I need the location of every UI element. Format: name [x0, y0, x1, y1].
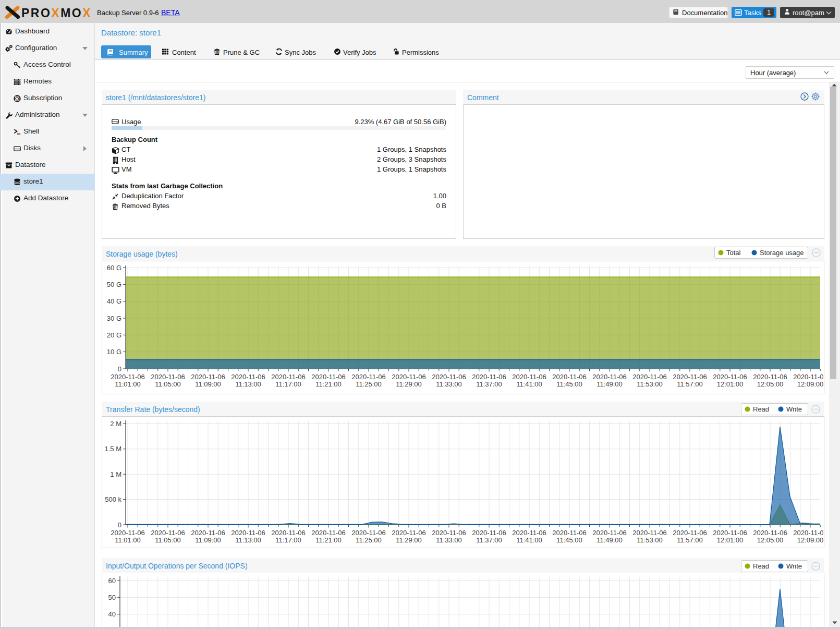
- svg-text:11:33:00: 11:33:00: [436, 536, 462, 544]
- svg-text:2020-11-06: 2020-11-06: [632, 373, 667, 381]
- svg-text:11:57:00: 11:57:00: [677, 380, 703, 388]
- svg-text:11:41:00: 11:41:00: [516, 380, 542, 388]
- svg-text:11:05:00: 11:05:00: [155, 380, 181, 388]
- svg-text:2020-11-06: 2020-11-06: [793, 373, 823, 381]
- svg-text:11:57:00: 11:57:00: [677, 536, 703, 544]
- svg-text:11:09:00: 11:09:00: [195, 536, 221, 544]
- svg-text:12:01:00: 12:01:00: [717, 380, 744, 388]
- svg-text:12:09:00: 12:09:00: [797, 380, 823, 388]
- svg-text:2020-11-06: 2020-11-06: [191, 373, 225, 381]
- svg-text:2020-11-06: 2020-11-06: [673, 373, 707, 381]
- svg-text:12:01:00: 12:01:00: [717, 536, 744, 544]
- svg-text:2020-11-06: 2020-11-06: [392, 373, 426, 381]
- svg-text:12:05:00: 12:05:00: [757, 380, 784, 388]
- svg-text:11:33:00: 11:33:00: [436, 380, 462, 388]
- svg-text:20 G: 20 G: [107, 331, 121, 339]
- svg-text:60 G: 60 G: [107, 264, 121, 272]
- svg-text:2020-11-06: 2020-11-06: [552, 373, 587, 381]
- svg-text:2020-11-06: 2020-11-06: [392, 529, 426, 537]
- svg-text:2020-11-06: 2020-11-06: [592, 529, 627, 537]
- svg-text:30 G: 30 G: [107, 314, 121, 322]
- svg-text:2020-11-06: 2020-11-06: [271, 529, 306, 537]
- svg-text:11:37:00: 11:37:00: [476, 380, 502, 388]
- svg-text:2020-11-06: 2020-11-06: [512, 373, 546, 381]
- svg-text:11:01:00: 11:01:00: [115, 380, 141, 388]
- svg-text:11:53:00: 11:53:00: [637, 536, 663, 544]
- svg-text:2020-11-06: 2020-11-06: [512, 529, 546, 537]
- svg-text:2020-11-06: 2020-11-06: [432, 529, 466, 537]
- svg-text:11:45:00: 11:45:00: [556, 536, 582, 544]
- svg-text:500 k: 500 k: [105, 495, 121, 503]
- svg-text:2020-11-06: 2020-11-06: [552, 529, 587, 537]
- svg-text:2020-11-06: 2020-11-06: [231, 373, 265, 381]
- svg-text:11:21:00: 11:21:00: [315, 380, 342, 388]
- svg-text:11:05:00: 11:05:00: [155, 536, 181, 544]
- svg-text:2020-11-06: 2020-11-06: [432, 373, 466, 381]
- svg-text:2020-11-06: 2020-11-06: [673, 529, 707, 537]
- svg-text:11:53:00: 11:53:00: [637, 380, 663, 388]
- svg-text:11:21:00: 11:21:00: [315, 536, 342, 544]
- svg-text:2020-11-06: 2020-11-06: [351, 373, 386, 381]
- svg-text:2020-11-06: 2020-11-06: [231, 529, 265, 537]
- svg-text:2020-11-06: 2020-11-06: [151, 529, 185, 537]
- svg-text:50: 50: [108, 594, 116, 601]
- svg-text:2020-11-06: 2020-11-06: [713, 373, 747, 381]
- svg-text:12:09:00: 12:09:00: [797, 536, 823, 544]
- svg-text:2020-11-06: 2020-11-06: [111, 529, 145, 537]
- svg-text:2020-11-06: 2020-11-06: [311, 529, 346, 537]
- svg-text:0: 0: [118, 365, 121, 373]
- svg-text:0: 0: [118, 521, 121, 529]
- svg-text:11:41:00: 11:41:00: [516, 536, 542, 544]
- svg-text:12:05:00: 12:05:00: [757, 536, 784, 544]
- svg-text:11:37:00: 11:37:00: [476, 536, 502, 544]
- svg-text:11:49:00: 11:49:00: [596, 380, 623, 388]
- svg-text:40 G: 40 G: [107, 297, 121, 305]
- svg-text:11:25:00: 11:25:00: [356, 536, 382, 544]
- svg-text:2020-11-06: 2020-11-06: [472, 529, 506, 537]
- svg-text:11:45:00: 11:45:00: [556, 380, 582, 388]
- svg-text:2020-11-06: 2020-11-06: [151, 373, 185, 381]
- svg-text:11:25:00: 11:25:00: [356, 380, 382, 388]
- svg-text:2020-11-06: 2020-11-06: [271, 373, 306, 381]
- svg-text:2020-11-06: 2020-11-06: [793, 529, 823, 537]
- svg-text:11:29:00: 11:29:00: [396, 380, 422, 388]
- svg-text:60: 60: [108, 577, 116, 585]
- svg-text:11:17:00: 11:17:00: [275, 380, 301, 388]
- svg-text:2020-11-06: 2020-11-06: [632, 529, 667, 537]
- svg-text:2020-11-06: 2020-11-06: [753, 373, 787, 381]
- svg-text:1 M: 1 M: [110, 470, 121, 478]
- svg-text:2 M: 2 M: [110, 420, 121, 428]
- svg-text:2020-11-06: 2020-11-06: [592, 373, 627, 381]
- svg-text:2020-11-06: 2020-11-06: [111, 373, 145, 381]
- svg-text:2020-11-06: 2020-11-06: [191, 529, 225, 537]
- svg-text:11:13:00: 11:13:00: [235, 380, 261, 388]
- svg-text:2020-11-06: 2020-11-06: [472, 373, 506, 381]
- svg-text:10 G: 10 G: [107, 348, 121, 356]
- svg-text:1.5 M: 1.5 M: [104, 445, 121, 453]
- svg-text:11:29:00: 11:29:00: [396, 536, 422, 544]
- svg-text:2020-11-06: 2020-11-06: [753, 529, 787, 537]
- svg-text:11:17:00: 11:17:00: [275, 536, 301, 544]
- svg-text:2020-11-06: 2020-11-06: [351, 529, 386, 537]
- svg-text:50 G: 50 G: [107, 281, 121, 288]
- svg-text:2020-11-06: 2020-11-06: [713, 529, 747, 537]
- svg-text:11:13:00: 11:13:00: [235, 536, 261, 544]
- svg-text:11:09:00: 11:09:00: [195, 380, 221, 388]
- svg-text:2020-11-06: 2020-11-06: [311, 373, 346, 381]
- svg-text:40: 40: [108, 610, 116, 618]
- svg-text:11:49:00: 11:49:00: [596, 536, 623, 544]
- svg-text:11:01:00: 11:01:00: [115, 536, 141, 544]
